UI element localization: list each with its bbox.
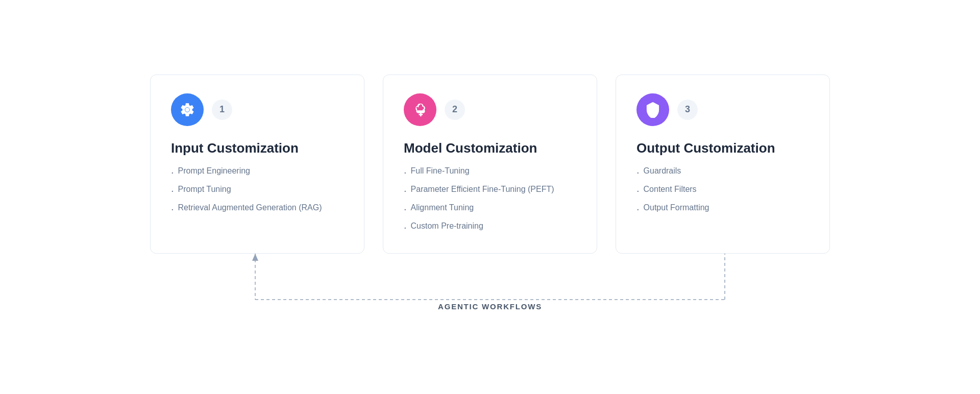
card-list: GuardrailsContent FiltersOutput Formatti… [636,166,809,214]
step-number-3: 3 [677,100,698,120]
list-item: Custom Pre-training [404,221,576,233]
list-item: Content Filters [636,185,809,196]
card-header: 3 [636,93,809,126]
gear-icon-circle [171,93,204,126]
list-item: Retrieval Augmented Generation (RAG) [171,203,344,214]
list-item: Prompt Tuning [171,185,344,196]
card-list: Prompt EngineeringPrompt TuningRetrieval… [171,166,344,214]
list-item: Prompt Engineering [171,166,344,178]
step-number-1: 1 [212,100,232,120]
main-container: 1 Input Customization Prompt Engineering… [133,75,847,320]
workflow-label: AGENTIC WORKFLOWS [438,302,542,311]
card-title: Model Customization [404,140,576,156]
card-input-customization: 1 Input Customization Prompt Engineering… [150,75,364,254]
brain-icon-circle [404,93,436,126]
card-header: 1 [171,93,344,126]
card-list: Full Fine-TuningParameter Efficient Fine… [404,166,576,233]
shield-icon-circle [636,93,669,126]
cards-row: 1 Input Customization Prompt Engineering… [133,75,847,254]
card-title: Input Customization [171,140,344,156]
card-header: 2 [404,93,576,126]
workflow-section: AGENTIC WORKFLOWS [133,254,847,320]
card-model-customization: 2 Model Customization Full Fine-TuningPa… [383,75,597,254]
card-output-customization: 3 Output Customization GuardrailsContent… [616,75,830,254]
list-item: Full Fine-Tuning [404,166,576,178]
svg-point-0 [185,108,189,112]
list-item: Alignment Tuning [404,203,576,214]
card-title: Output Customization [636,140,809,156]
svg-marker-4 [252,254,258,261]
list-item: Parameter Efficient Fine-Tuning (PEFT) [404,185,576,196]
list-item: Output Formatting [636,203,809,214]
step-number-2: 2 [445,100,465,120]
list-item: Guardrails [636,166,809,178]
